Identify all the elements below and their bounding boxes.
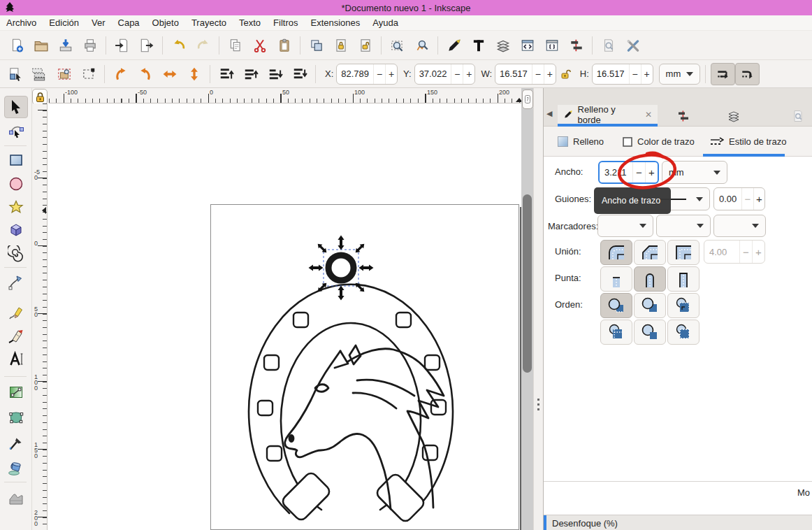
- order-fill-stroke-markers-button[interactable]: [600, 293, 632, 318]
- dash-offset-plus-button[interactable]: +: [753, 188, 764, 210]
- x-minus-button[interactable]: −: [373, 64, 385, 84]
- find-button[interactable]: [596, 34, 621, 57]
- raise-button[interactable]: [238, 63, 263, 85]
- canvas[interactable]: [48, 103, 521, 530]
- preferences-button[interactable]: [621, 34, 645, 57]
- h-plus-button[interactable]: +: [641, 64, 653, 84]
- tool-mesh-gradient[interactable]: [4, 406, 28, 429]
- rotate-cw-button[interactable]: [133, 63, 157, 85]
- order-markers-stroke-fill-button[interactable]: [667, 320, 699, 345]
- tab-color-de-trazo[interactable]: Color de trazo: [623, 127, 695, 157]
- xml-editor-button[interactable]: [515, 34, 539, 57]
- y-field-value[interactable]: 37.022: [415, 64, 451, 84]
- w-field[interactable]: 16.517 − +: [495, 64, 556, 85]
- tool-paint-bucket[interactable]: [4, 457, 28, 479]
- h-field[interactable]: 16.517 − +: [592, 64, 653, 85]
- h-minus-button[interactable]: −: [629, 64, 641, 84]
- dock-align-distribute-button[interactable]: [675, 108, 692, 124]
- menu-texto[interactable]: Texto: [233, 16, 267, 29]
- order-stroke-fill-markers-button[interactable]: [634, 293, 666, 318]
- export-button[interactable]: [134, 34, 159, 57]
- layers-dialog-button[interactable]: [491, 34, 515, 57]
- horseshoe-horse-drawing[interactable]: [210, 204, 519, 530]
- zoom-drawing-button[interactable]: [409, 34, 434, 57]
- w-plus-button[interactable]: +: [544, 64, 556, 84]
- miter-limit-plus-button[interactable]: +: [752, 241, 764, 263]
- h-field-value[interactable]: 16.517: [593, 64, 629, 84]
- menu-edicion[interactable]: Edición: [43, 16, 85, 29]
- close-icon[interactable]: ✕: [645, 110, 652, 120]
- flip-horizontal-button[interactable]: [157, 63, 182, 85]
- menu-ver[interactable]: Ver: [85, 16, 112, 29]
- marker-start-combo[interactable]: [597, 215, 653, 237]
- rotate-ccw-button[interactable]: [108, 63, 133, 85]
- x-field[interactable]: 82.789 − +: [336, 64, 398, 85]
- cap-square-button[interactable]: [667, 266, 699, 292]
- selection-handles[interactable]: [309, 236, 374, 301]
- lock-guides-button[interactable]: [32, 89, 48, 105]
- tool-ellipse[interactable]: [4, 173, 28, 195]
- dock-tab-fill-stroke[interactable]: Relleno y borde ✕: [558, 105, 658, 127]
- new-document-button[interactable]: [4, 34, 29, 57]
- document-page[interactable]: [210, 204, 519, 530]
- import-button[interactable]: [110, 34, 134, 57]
- menu-capa[interactable]: Capa: [112, 16, 146, 29]
- paste-button[interactable]: [272, 34, 296, 57]
- duplicate-button[interactable]: [304, 34, 328, 57]
- tool-rectangle[interactable]: [4, 149, 28, 171]
- tab-relleno[interactable]: Relleno: [558, 127, 604, 157]
- lock-ratio-button[interactable]: [556, 63, 574, 85]
- tool-calligraphy[interactable]: [4, 325, 28, 348]
- lower-button[interactable]: [263, 63, 287, 85]
- scrollbar-thumb[interactable]: [523, 194, 532, 373]
- stroke-width-value[interactable]: 3.211: [600, 162, 632, 182]
- miter-limit-value[interactable]: 4.00: [704, 241, 739, 263]
- tab-estilo-de-trazo[interactable]: Estilo de trazo: [710, 127, 786, 157]
- create-clone-button[interactable]: [328, 34, 353, 57]
- panel-splitter[interactable]: [533, 88, 543, 530]
- stroke-width-plus-button[interactable]: +: [645, 162, 658, 182]
- w-minus-button[interactable]: −: [532, 64, 544, 84]
- flip-vertical-button[interactable]: [182, 63, 206, 85]
- order-stroke-markers-fill-button[interactable]: [634, 320, 666, 345]
- menu-ayuda[interactable]: Ayuda: [366, 16, 405, 29]
- menu-filtros[interactable]: Filtros: [267, 16, 304, 29]
- y-field[interactable]: 37.022 − +: [414, 64, 476, 85]
- tool-selector[interactable]: [4, 96, 28, 118]
- raise-to-top-button[interactable]: [214, 63, 238, 85]
- cut-button[interactable]: [247, 34, 272, 57]
- dock-back-arrow[interactable]: ◀: [546, 109, 552, 118]
- marker-mid-combo[interactable]: [656, 215, 711, 237]
- dock-find-button[interactable]: [790, 108, 806, 124]
- tool-tweak[interactable]: [4, 487, 28, 509]
- tool-dropper[interactable]: [4, 432, 28, 454]
- tool-text[interactable]: [4, 348, 28, 371]
- dash-offset-minus-button[interactable]: −: [741, 188, 753, 210]
- miter-limit-field[interactable]: 4.00 − +: [704, 240, 765, 264]
- cms-toggle-button[interactable]: [522, 89, 533, 109]
- join-round-button[interactable]: [600, 240, 632, 265]
- open-document-button[interactable]: [29, 34, 53, 57]
- join-bevel-button[interactable]: [634, 240, 666, 265]
- stroke-width-minus-button[interactable]: −: [632, 162, 645, 182]
- y-plus-button[interactable]: +: [463, 64, 474, 84]
- unlink-clone-button[interactable]: [353, 34, 377, 57]
- deselect-button[interactable]: [52, 63, 76, 85]
- menu-extensiones[interactable]: Extensiones: [304, 16, 366, 29]
- tool-node-editor[interactable]: [4, 120, 28, 142]
- cap-round-button[interactable]: [634, 266, 666, 292]
- selection-box-button[interactable]: [76, 63, 101, 85]
- tool-box-3d[interactable]: [4, 219, 28, 241]
- print-button[interactable]: [78, 34, 102, 57]
- x-plus-button[interactable]: +: [385, 64, 397, 84]
- miter-limit-minus-button[interactable]: −: [739, 241, 752, 263]
- redo-button[interactable]: [191, 34, 215, 57]
- tool-bezier-pen[interactable]: [4, 271, 28, 294]
- menu-archivo[interactable]: Archivo: [0, 16, 43, 29]
- selected-ring-object[interactable]: [328, 255, 354, 280]
- x-field-value[interactable]: 82.789: [337, 64, 373, 84]
- undo-button[interactable]: [166, 34, 191, 57]
- stroke-width-unit-combo[interactable]: mm: [662, 161, 727, 184]
- text-dialog-button[interactable]: [466, 34, 491, 57]
- unit-combo[interactable]: mm: [659, 64, 701, 85]
